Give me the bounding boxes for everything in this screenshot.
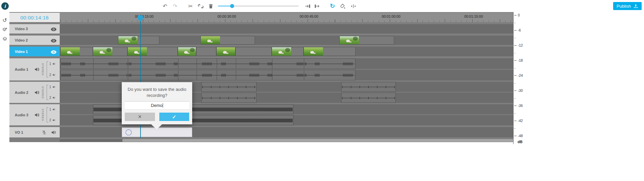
audio-clip[interactable] — [341, 93, 396, 103]
track-header-video3[interactable]: Video 3 — [9, 24, 60, 34]
left-tool-rail: ↺ — [0, 12, 9, 143]
channel-bracket — [47, 85, 48, 100]
scrollbar-thumb[interactable] — [60, 139, 122, 142]
video-clip[interactable] — [60, 47, 93, 56]
stereo-label: STEREO — [41, 86, 44, 99]
track-header-audio1[interactable]: Audio 1 STEREO 1 2 — [9, 58, 60, 80]
zoom-slider-handle[interactable] — [230, 4, 234, 8]
audio-clip[interactable] — [341, 82, 396, 92]
speaker-icon[interactable] — [34, 90, 40, 95]
video-clip[interactable] — [304, 47, 356, 56]
video-clip[interactable] — [235, 47, 272, 56]
visibility-eye-icon[interactable] — [51, 49, 57, 54]
paint-icon[interactable] — [338, 0, 347, 12]
redo-icon[interactable]: ↷ — [170, 0, 180, 12]
undo-icon[interactable]: ↶ — [160, 0, 170, 12]
video-clip[interactable] — [178, 47, 196, 56]
speaker-icon[interactable] — [34, 112, 40, 118]
audio-clip[interactable] — [201, 93, 257, 103]
video-clip[interactable] — [201, 36, 255, 45]
channel-speaker-icon — [52, 119, 55, 122]
zoom-slider[interactable] — [218, 6, 299, 6]
timeline: 00:00:14:16 00:00:15:00 00:00:30:00 00:0… — [9, 12, 513, 139]
dialog-pointer — [151, 124, 162, 129]
video-clip[interactable] — [216, 47, 235, 56]
cut-icon[interactable]: ✂ — [186, 0, 195, 12]
transition-start-icon[interactable] — [303, 0, 312, 12]
channel-number: 2 — [49, 118, 51, 122]
sync-icon[interactable]: ↺ — [0, 16, 9, 24]
track-header-video2[interactable]: Video 2 — [9, 36, 60, 45]
channel-2: 2 — [49, 115, 59, 126]
clip-thumbnail — [93, 47, 112, 56]
confirm-button[interactable]: ✓ — [159, 113, 190, 121]
audio1-lane — [60, 58, 513, 80]
info-icon[interactable]: i — [1, 2, 9, 10]
transition-end-icon[interactable] — [312, 0, 322, 12]
channel-speaker-icon — [52, 62, 55, 65]
track-name: Video 3 — [15, 27, 28, 31]
audio-clip[interactable] — [60, 58, 356, 69]
db-label: 0 — [518, 13, 520, 17]
text-caret — [163, 103, 163, 108]
video-clip[interactable] — [339, 36, 394, 45]
add-layer-icon[interactable] — [0, 25, 9, 34]
vo1-lane — [60, 127, 513, 137]
channel-1: 1 — [49, 82, 59, 93]
clip-thumbnail — [201, 36, 220, 44]
channel-number: 2 — [49, 73, 51, 77]
video-clip[interactable] — [127, 47, 178, 56]
rotate-icon[interactable]: ↻ — [328, 0, 337, 12]
video3-lane — [60, 24, 513, 34]
clip-thumbnail — [340, 36, 359, 44]
dialog-message: Do you want to save the audio recording? — [122, 82, 192, 101]
publish-button[interactable]: Publish — [613, 2, 642, 10]
clip-thumbnail — [118, 36, 138, 44]
stereo-label: STEREO — [41, 109, 44, 121]
track-header-audio3[interactable]: Audio 3 STEREO 1 2 — [9, 104, 60, 125]
top-toolbar: i ↶ ↷ ✂ ↻ Publish — [0, 0, 644, 12]
track-header-audio2[interactable]: Audio 2 STEREO 1 2 — [9, 82, 60, 103]
track-header-vo1[interactable]: VO 1 — [9, 127, 60, 137]
upload-icon — [633, 4, 638, 9]
video-clip[interactable] — [196, 47, 216, 56]
channel-1: 1 — [49, 104, 59, 115]
speaker-icon[interactable] — [51, 130, 56, 135]
input-value: Demo — [151, 103, 163, 108]
db-label: -42 — [518, 119, 523, 123]
time-ruler[interactable]: 00:00:15:00 00:00:30:00 00:00:45:00 00:0… — [60, 13, 513, 22]
visibility-eye-icon[interactable] — [51, 27, 57, 31]
db-label: -36 — [518, 104, 523, 108]
channel-speaker-icon — [52, 108, 55, 111]
ruler-label: 00:01:00:00 — [382, 14, 400, 18]
db-scale: 0 -6 -12 -18 -24 -30 -36 -42 -48 dB — [513, 12, 528, 144]
delete-icon[interactable] — [206, 0, 215, 12]
mic-muted-icon[interactable] — [42, 130, 47, 135]
track-header-video1[interactable]: Video 1 — [9, 47, 60, 56]
video-clip[interactable] — [93, 47, 127, 56]
split-icon[interactable] — [348, 0, 358, 12]
clip-thumbnail — [272, 47, 291, 56]
audio-clip[interactable] — [201, 82, 257, 92]
db-label: -18 — [518, 59, 523, 62]
scrollbar-track[interactable] — [60, 139, 513, 142]
loading-spinner-icon — [125, 129, 132, 135]
track-name: Audio 3 — [15, 113, 28, 117]
db-label: -24 — [518, 74, 523, 77]
video-clip[interactable] — [118, 36, 159, 45]
channel-bracket — [47, 107, 48, 122]
layers-icon[interactable] — [0, 35, 9, 43]
unlink-icon[interactable] — [196, 0, 205, 12]
video2-lane — [60, 36, 513, 45]
clip-thumbnail — [178, 47, 196, 56]
playhead-marker[interactable] — [138, 15, 143, 21]
audio-clip[interactable] — [60, 70, 356, 80]
visibility-eye-icon[interactable] — [51, 38, 57, 43]
cancel-button[interactable]: × — [125, 113, 155, 121]
video1-lane — [60, 47, 513, 56]
track-name: Video 2 — [15, 38, 28, 42]
video-clip[interactable] — [272, 47, 304, 56]
horizontal-scrollbar — [9, 139, 513, 142]
recording-name-input[interactable]: Demo — [125, 101, 189, 110]
speaker-icon[interactable] — [34, 67, 40, 72]
